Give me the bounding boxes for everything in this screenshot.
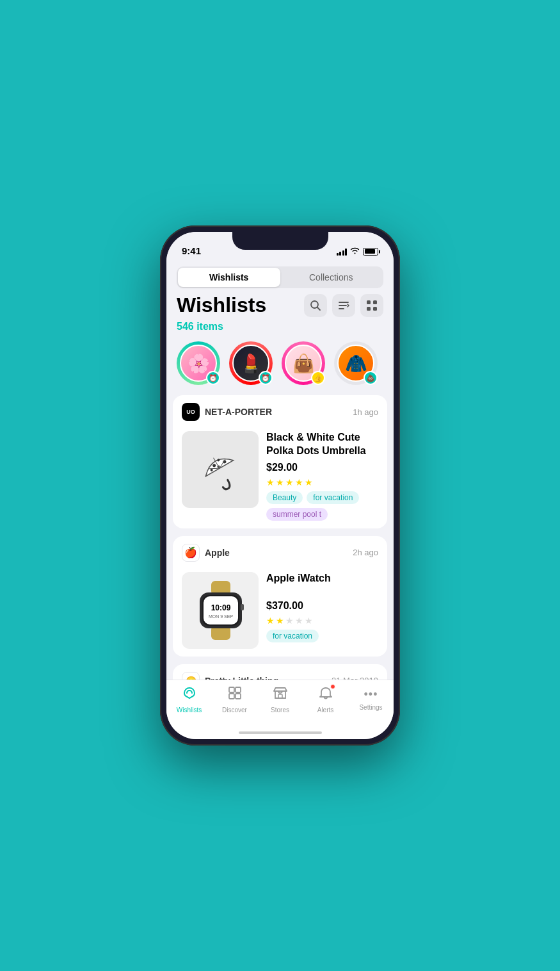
tag[interactable]: Beauty — [266, 491, 303, 504]
nav-label: Alerts — [317, 706, 334, 714]
svg-text:10:09: 10:09 — [211, 603, 230, 612]
svg-rect-31 — [236, 694, 241, 699]
product-section: 😊 Pretty Little thing 21 Mar 2019 — [173, 664, 387, 680]
product-item[interactable]: 10:09 MON 9 SEP Apple iWatch $370.00 ★ ★ — [173, 567, 387, 657]
tag[interactable]: for vacation — [307, 491, 359, 504]
store-info: UO NET-A-PORTER — [182, 403, 272, 421]
segment-control[interactable]: Wishlists Collections — [177, 266, 383, 288]
product-image — [182, 431, 259, 508]
nav-item-discover[interactable]: Discover — [219, 685, 251, 714]
time-ago: 1h ago — [353, 407, 378, 417]
svg-rect-5 — [373, 300, 377, 304]
nav-label: Stores — [271, 706, 289, 714]
notch — [232, 232, 328, 250]
story-badge: ⏰ — [259, 371, 273, 385]
wifi-icon — [350, 247, 360, 256]
header-actions — [304, 294, 383, 317]
screen-content[interactable]: Wishlists Collections Wishlists — [166, 260, 394, 680]
story-item[interactable]: 👜 👍 — [282, 341, 325, 385]
story-item[interactable]: 💄 ⏰ — [229, 341, 273, 385]
story-item[interactable]: 🌸 ⏰ — [177, 341, 220, 385]
story-item[interactable]: 🧥 💩 — [334, 341, 378, 385]
nav-label: Wishlists — [177, 706, 202, 714]
store-info: 😊 Pretty Little thing — [182, 672, 278, 680]
alerts-icon — [318, 685, 333, 705]
product-name: Black & White Cute Polka Dots Umbrella — [266, 431, 378, 458]
product-name: Apple iWatch — [266, 572, 378, 585]
nav-item-alerts[interactable]: Alerts — [310, 685, 342, 714]
svg-rect-30 — [229, 694, 234, 699]
battery-icon — [363, 248, 378, 256]
stories-row[interactable]: 🌸 ⏰ 💄 ⏰ 👜 👍 — [166, 339, 394, 395]
svg-text:MON 9 SEP: MON 9 SEP — [208, 614, 232, 619]
signal-icon — [337, 248, 348, 256]
page-title: Wishlists — [177, 293, 266, 317]
product-section: 🍎 Apple 2h ago — [173, 536, 387, 657]
nav-item-stores[interactable]: Stores — [264, 685, 296, 714]
bottom-nav: Wishlists Discover — [166, 680, 394, 726]
tag[interactable]: for vacation — [266, 630, 319, 642]
time-ago: 2h ago — [353, 548, 378, 557]
status-time: 9:41 — [182, 245, 201, 256]
section-header: 😊 Pretty Little thing 21 Mar 2019 — [173, 664, 387, 680]
nav-item-wishlists[interactable]: Wishlists — [173, 685, 205, 714]
product-item[interactable]: Black & White Cute Polka Dots Umbrella $… — [173, 426, 387, 528]
settings-icon: ••• — [364, 685, 378, 702]
items-count: 546 items — [166, 321, 394, 339]
product-tags: Beauty for vacation summer pool t — [266, 491, 378, 521]
status-icons — [337, 247, 379, 256]
product-price: $29.00 — [266, 462, 378, 473]
tab-wishlists[interactable]: Wishlists — [178, 268, 280, 287]
svg-rect-7 — [373, 307, 377, 311]
search-button[interactable] — [304, 294, 327, 317]
store-logo: UO — [182, 403, 200, 421]
phone-screen: 9:41 — [166, 232, 394, 739]
nav-item-settings[interactable]: ••• Settings — [355, 685, 387, 714]
section-header: 🍎 Apple 2h ago — [173, 536, 387, 567]
svg-rect-4 — [367, 300, 371, 304]
store-name: Apple — [205, 548, 230, 558]
product-price: $370.00 — [266, 600, 378, 612]
alert-badge — [330, 684, 335, 689]
product-details: Apple iWatch $370.00 ★ ★ ★ ★ ★ for vacat… — [266, 572, 378, 649]
tag[interactable]: summer pool t — [266, 508, 328, 521]
nav-label: Settings — [359, 704, 382, 711]
page-header: Wishlists — [166, 288, 394, 321]
product-section: UO NET-A-PORTER 1h ago — [173, 395, 387, 528]
section-header: UO NET-A-PORTER 1h ago — [173, 395, 387, 426]
store-name: NET-A-PORTER — [205, 407, 272, 417]
grid-button[interactable] — [360, 294, 383, 317]
phone-frame: 9:41 — [160, 225, 400, 746]
store-logo: 😊 — [182, 672, 200, 680]
store-info: 🍎 Apple — [182, 544, 230, 562]
discover-icon — [227, 685, 243, 705]
home-indicator — [166, 726, 394, 739]
svg-point-0 — [311, 301, 318, 308]
product-image: 10:09 MON 9 SEP — [182, 572, 259, 649]
wishlists-icon — [182, 685, 197, 705]
tab-collections[interactable]: Collections — [280, 268, 383, 287]
svg-rect-23 — [241, 604, 244, 610]
svg-rect-28 — [229, 687, 234, 692]
nav-label: Discover — [222, 706, 247, 714]
star-rating: ★ ★ ★ ★ ★ — [266, 616, 378, 626]
story-badge: 💩 — [364, 371, 378, 385]
star-rating: ★ ★ ★ ★ ★ — [266, 477, 378, 487]
story-badge: 👍 — [311, 371, 325, 385]
product-details: Black & White Cute Polka Dots Umbrella $… — [266, 431, 378, 521]
story-badge: ⏰ — [206, 371, 220, 385]
product-tags: for vacation — [266, 630, 378, 642]
store-logo: 🍎 — [182, 544, 200, 562]
svg-rect-32 — [278, 694, 282, 698]
stores-icon — [273, 685, 288, 705]
svg-rect-29 — [236, 687, 241, 692]
svg-rect-6 — [367, 307, 371, 311]
filter-button[interactable] — [332, 294, 355, 317]
